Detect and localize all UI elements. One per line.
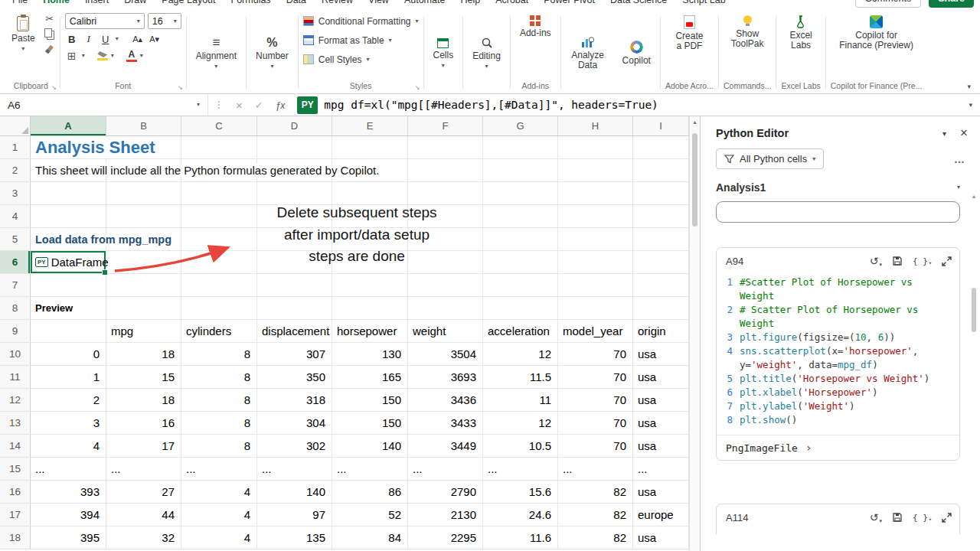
grid-cell[interactable] — [633, 228, 689, 250]
grid-cell[interactable]: 0 — [31, 343, 106, 365]
grid-cell[interactable] — [633, 182, 689, 204]
section-collapse-icon[interactable] — [957, 184, 960, 191]
grid-cell[interactable] — [181, 274, 257, 296]
grid-cell[interactable] — [106, 205, 181, 227]
grid-cell[interactable]: Load data from mpg_mpg — [31, 228, 106, 250]
code-text[interactable]: plt.show() — [740, 413, 956, 427]
cell-styles-button[interactable]: Cell Styles — [303, 51, 370, 67]
grid-cell[interactable] — [181, 182, 257, 204]
pane-close-icon[interactable] — [960, 128, 968, 139]
grid-cell[interactable]: 302 — [257, 435, 332, 457]
grid-cell[interactable]: 3504 — [408, 343, 483, 365]
grid-cell[interactable]: 18 — [106, 343, 181, 365]
grid-cell[interactable]: model_year — [558, 320, 633, 342]
grid-cell[interactable]: 2130 — [408, 504, 483, 526]
grid-cell[interactable] — [558, 159, 633, 181]
grid-cell[interactable] — [633, 159, 689, 181]
undo-button[interactable] — [870, 510, 882, 524]
grid-cell[interactable] — [633, 136, 689, 158]
row-header-4[interactable]: 4 — [0, 205, 31, 227]
grid-cell[interactable]: displacement — [257, 320, 332, 342]
menu-tab-review[interactable]: Review — [315, 0, 359, 7]
grid-cell[interactable]: 12 — [483, 412, 558, 434]
font-dialog-launcher-icon[interactable] — [178, 84, 183, 91]
alignment-button[interactable]: Alignment — [191, 35, 241, 72]
decrease-font-size-button[interactable] — [148, 32, 162, 46]
grid-cell[interactable]: cylinders — [181, 320, 257, 342]
create-pdf-button[interactable]: Create a PDF — [669, 13, 709, 54]
row-header-12[interactable]: 12 — [0, 389, 31, 411]
grid-cell[interactable]: 24.6 — [483, 504, 558, 526]
scroll-up-icon[interactable] — [690, 119, 700, 126]
grid-cell[interactable]: 15 — [106, 366, 181, 388]
column-header-a[interactable]: A — [31, 116, 106, 135]
grid-cell[interactable]: usa — [633, 527, 689, 549]
grid-cell[interactable]: 15.6 — [483, 481, 558, 503]
grid-cell[interactable]: 70 — [558, 343, 633, 365]
fill-color-options-icon[interactable] — [111, 53, 114, 59]
row-header-18[interactable]: 18 — [0, 527, 31, 549]
menu-tab-home[interactable]: Home — [37, 0, 76, 7]
grid-cell[interactable] — [332, 136, 408, 158]
grid-cell[interactable] — [257, 136, 332, 158]
grid-cell[interactable] — [558, 274, 633, 296]
grid-cell[interactable] — [483, 228, 558, 250]
grid-cell[interactable]: ... — [633, 458, 689, 480]
grid-cell[interactable] — [257, 274, 332, 296]
grid-cell[interactable]: usa — [633, 389, 689, 411]
grid-cell[interactable]: 8 — [181, 412, 257, 434]
grid-cell[interactable]: 16 — [106, 412, 181, 434]
increase-font-size-button[interactable] — [131, 32, 145, 46]
grid-cell[interactable] — [408, 297, 483, 319]
row-header-13[interactable]: 13 — [0, 412, 31, 434]
code-text[interactable]: #Scatter Plot of Horsepower vs Weight — [740, 276, 956, 303]
menu-tab-formulas[interactable]: Formulas — [225, 0, 277, 7]
analyze-data-button[interactable]: Analyze Data — [566, 34, 610, 73]
grid-cell[interactable] — [31, 205, 106, 227]
grid-cell[interactable]: 150 — [332, 389, 408, 411]
grid-cell[interactable]: 82 — [558, 527, 633, 549]
grid-cell[interactable] — [106, 182, 181, 204]
row-header-2[interactable]: 2 — [0, 159, 31, 181]
editing-button[interactable]: Editing — [468, 34, 505, 72]
grid-cell[interactable] — [181, 136, 257, 158]
column-header-c[interactable]: C — [181, 116, 257, 135]
grid-cell[interactable]: 4 — [181, 481, 257, 503]
more-options-icon[interactable] — [954, 153, 968, 165]
grid-cell[interactable]: 165 — [332, 366, 408, 388]
grid-cell[interactable]: Preview — [31, 297, 106, 319]
grid-cell[interactable]: 18 — [106, 389, 181, 411]
code-text[interactable]: sns.scatterplot(x='horsepower', y='weigh… — [740, 344, 956, 372]
row-header-17[interactable]: 17 — [0, 504, 31, 526]
pane-collapse-icon[interactable] — [942, 129, 946, 138]
grid-cell[interactable] — [558, 251, 633, 273]
grid-cell[interactable] — [558, 228, 633, 250]
grid-cell[interactable]: 130 — [332, 343, 408, 365]
expand-icon[interactable] — [942, 256, 952, 266]
grid-cell[interactable]: 8 — [181, 366, 257, 388]
grid-cell[interactable]: 12 — [483, 343, 558, 365]
row-header-16[interactable]: 16 — [0, 481, 31, 503]
menu-tab-acrobat[interactable]: Acrobat — [489, 0, 534, 7]
grid-cell[interactable]: ... — [31, 458, 106, 480]
grid-cell[interactable]: 70 — [558, 435, 633, 457]
grid-cell[interactable]: 3693 — [408, 366, 483, 388]
row-header-3[interactable]: 3 — [0, 182, 31, 204]
grid-cell[interactable]: 307 — [257, 343, 332, 365]
grid-cell[interactable]: 318 — [257, 389, 332, 411]
menu-tab-page-layout[interactable]: Page Layout — [155, 0, 221, 7]
grid-cell[interactable]: 394 — [31, 504, 106, 526]
format-as-table-button[interactable]: Format as Table — [303, 32, 392, 48]
grid-cell[interactable] — [483, 136, 558, 158]
menu-tab-file[interactable]: File — [6, 0, 34, 7]
grid-cell[interactable]: 52 — [332, 504, 408, 526]
grid-cell[interactable] — [31, 182, 106, 204]
grid-cell[interactable]: Analysis Sheet — [31, 136, 106, 158]
grid-cell[interactable]: weight — [408, 320, 483, 342]
grid-cell[interactable] — [31, 320, 106, 342]
grid-cell[interactable]: 8 — [181, 343, 257, 365]
menu-tab-power-pivot[interactable]: Power Pivot — [537, 0, 601, 7]
pane-scroll-up-icon[interactable] — [972, 193, 975, 200]
grid-cell[interactable]: 3436 — [408, 389, 483, 411]
grid-cell[interactable] — [408, 136, 483, 158]
